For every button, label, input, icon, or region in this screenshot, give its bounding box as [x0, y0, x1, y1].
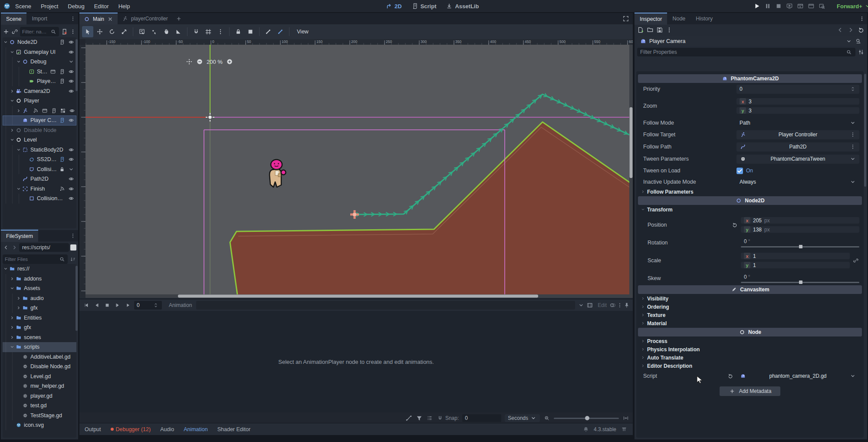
group-physics-interpolation[interactable]: Physics Interpolation: [637, 345, 863, 353]
menu-project[interactable]: Project: [36, 3, 63, 10]
vec2-x-input[interactable]: x205px: [741, 217, 859, 224]
tool-lock[interactable]: [233, 26, 244, 37]
tree-row-disable-node-gd[interactable]: Disable Node.gd: [3, 362, 76, 372]
tab-scene[interactable]: Scene: [1, 13, 26, 25]
tool-move[interactable]: [94, 26, 105, 37]
tool-grid[interactable]: [203, 26, 214, 37]
link-scale-icon[interactable]: [852, 257, 859, 264]
revert-icon[interactable]: [731, 221, 738, 228]
vec2-x-input[interactable]: x1: [741, 253, 850, 259]
tab-inspector[interactable]: Inspector: [635, 13, 667, 25]
collapse-arrow-icon[interactable]: [3, 267, 9, 271]
eye-icon[interactable]: [68, 117, 75, 124]
group-auto-translate[interactable]: Auto Translate: [637, 353, 863, 362]
tree-row-test-gd[interactable]: test.gd: [3, 401, 76, 411]
slider-track[interactable]: [741, 282, 859, 283]
script-x-icon[interactable]: [61, 28, 68, 35]
forward-icon[interactable]: [11, 244, 18, 251]
spinner-icon[interactable]: [849, 86, 856, 92]
dots-icon[interactable]: [858, 15, 865, 22]
dots-icon[interactable]: [849, 143, 856, 150]
expand-arrow-icon[interactable]: [16, 296, 22, 300]
tool-anim-step-forward[interactable]: [112, 300, 123, 310]
tree-row-player-camera[interactable]: Player Camera: [3, 115, 76, 125]
tree-row-gfx[interactable]: gfx: [3, 323, 76, 333]
slider-field[interactable]: 0°: [741, 274, 859, 283]
checkbox-on[interactable]: [736, 168, 743, 174]
edit-button[interactable]: Edit: [598, 302, 607, 308]
slider-track[interactable]: [741, 246, 859, 247]
eye-icon[interactable]: [69, 107, 76, 114]
folder-open-icon[interactable]: [647, 26, 654, 33]
lock-icon[interactable]: [59, 166, 66, 173]
forward-icon[interactable]: [847, 26, 854, 33]
script-icon[interactable]: [59, 39, 66, 46]
eye-icon[interactable]: [68, 195, 75, 202]
eye-icon[interactable]: [68, 185, 75, 192]
bottom-tab-animation[interactable]: Animation: [184, 426, 208, 432]
bell-icon[interactable]: [582, 426, 589, 433]
collapse-arrow-icon[interactable]: [16, 59, 22, 64]
eye-icon[interactable]: [68, 146, 75, 153]
dots-icon[interactable]: [666, 26, 673, 33]
view-menu-button[interactable]: View: [293, 29, 313, 35]
revert-icon[interactable]: [727, 373, 734, 379]
movie-search-icon[interactable]: [819, 3, 825, 10]
play-icon[interactable]: [753, 3, 760, 10]
eye-icon[interactable]: [68, 88, 75, 95]
layout-grid-icon[interactable]: [621, 426, 628, 433]
tree-row-level-gd[interactable]: Level.gd: [3, 372, 76, 382]
viewport-canvas[interactable]: -150-100-5005010015020025030035040045050…: [79, 39, 633, 298]
workspace-assetlib[interactable]: AssetLib: [442, 3, 482, 10]
add-metadata-button[interactable]: Add Metadata: [720, 386, 780, 396]
vec2-x-input[interactable]: x3: [736, 98, 859, 105]
center-view-icon[interactable]: [186, 58, 193, 65]
tree-row-statechartde-[interactable]: StateChartDe...: [3, 67, 76, 77]
tree-row-gfx[interactable]: gfx: [3, 303, 76, 313]
back-icon[interactable]: [837, 26, 844, 33]
dropdown-follow-mode[interactable]: Path: [736, 119, 859, 128]
chevron-down-icon[interactable]: [68, 166, 75, 173]
menu-editor[interactable]: Editor: [89, 3, 114, 10]
bottom-tab-shader-editor[interactable]: Shader Editor: [217, 426, 250, 432]
onion-skin-icon[interactable]: [609, 302, 616, 309]
tree-row-gameplay-ui[interactable]: Gameplay UI: [3, 47, 76, 57]
tool-magnet[interactable]: [191, 26, 202, 37]
group-visibility[interactable]: Visibility: [637, 294, 863, 303]
tree-row-res-[interactable]: res://: [3, 264, 76, 274]
signal-icon[interactable]: [59, 185, 66, 192]
new-resource-icon[interactable]: [637, 26, 644, 33]
pin-icon[interactable]: [623, 302, 630, 309]
snap-value-input[interactable]: 0: [462, 414, 501, 422]
workspace-2d[interactable]: 2D: [382, 3, 405, 10]
eye-icon[interactable]: [68, 49, 75, 56]
zoom-out-icon[interactable]: [196, 58, 203, 65]
tree-row-collisionpolygon2d[interactable]: CollisionPolygon2D: [3, 165, 76, 175]
resource-follow-path[interactable]: Path2D: [736, 142, 859, 152]
collapse-arrow-icon[interactable]: [9, 50, 15, 54]
animation-menu-button[interactable]: Animation: [169, 302, 192, 308]
bottom-tab-audio[interactable]: Audio: [160, 426, 174, 432]
tree-row-finish[interactable]: Finish: [3, 184, 76, 194]
vec2-y-input[interactable]: y3: [736, 107, 859, 114]
plus-icon[interactable]: [3, 28, 10, 35]
eye-icon[interactable]: [68, 78, 75, 85]
sort-icon[interactable]: [69, 256, 76, 263]
signal-icon[interactable]: [32, 107, 39, 114]
tree-row-icon-svg[interactable]: icon.svg: [3, 420, 76, 430]
group-texture[interactable]: Texture: [637, 311, 863, 319]
tool-pivot[interactable]: [148, 26, 160, 37]
expand-arrow-icon[interactable]: [9, 325, 15, 330]
tab-node[interactable]: Node: [667, 13, 690, 24]
expand-arrow-icon[interactable]: [9, 277, 15, 281]
eye-icon[interactable]: [68, 68, 75, 75]
tool-list-select[interactable]: [136, 26, 148, 37]
bezier-icon[interactable]: [405, 415, 412, 422]
animation-frame-input[interactable]: 0: [134, 301, 162, 310]
tool-select[interactable]: [82, 26, 93, 37]
menu-scene[interactable]: Scene: [10, 3, 36, 10]
eye-icon[interactable]: [68, 39, 75, 46]
tree-row-path2d[interactable]: Path2D: [3, 174, 76, 184]
tree-row-entities[interactable]: Entities: [3, 313, 76, 323]
group-icon[interactable]: [59, 107, 66, 114]
